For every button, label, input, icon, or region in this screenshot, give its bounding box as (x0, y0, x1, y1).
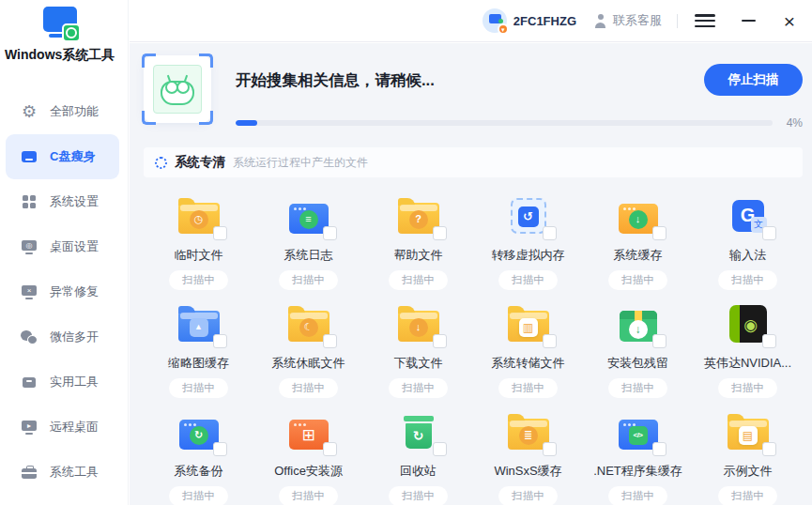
sidebar-item-label: 远程桌面 (50, 419, 99, 436)
sidebar-item-c-drive-slim[interactable]: C盘瘦身 (6, 134, 119, 179)
scan-status-badge: 扫描中 (169, 378, 228, 398)
error-repair-icon: × (21, 284, 38, 299)
section-header: 系统专清 系统运行过程中产生的文件 (144, 147, 803, 177)
sidebar-item-remote-desktop[interactable]: ▸ 远程桌面 (0, 405, 128, 450)
item-checkbox[interactable] (762, 334, 776, 348)
sidebar-item-all-features[interactable]: 全部功能 (0, 89, 128, 134)
cleanup-item[interactable]: G文 输入法 扫描中 (693, 182, 803, 290)
cleanup-item[interactable]: ↓ 安装包残留 扫描中 (583, 290, 693, 398)
loading-spinner-icon (155, 157, 167, 169)
progress-fill (236, 120, 257, 126)
item-checkbox[interactable] (543, 226, 557, 240)
scan-status-badge: 扫描中 (389, 270, 448, 290)
item-label: 系统备份 (175, 463, 223, 480)
cleanup-items-grid: ◷ 临时文件 扫描中 ≡ 系统日志 扫描中 ? 帮助文件 扫描中 ↺ 转移虚拟内… (144, 182, 803, 505)
cleanup-item[interactable]: ↓ 下载文件 扫描中 (363, 290, 473, 398)
app-title: Windows系统工具 (5, 47, 128, 64)
minimize-button[interactable] (740, 12, 757, 29)
sidebar-item-label: 桌面设置 (50, 238, 99, 255)
item-label: 安装包残留 (607, 355, 668, 372)
cleanup-item[interactable]: ? 帮助文件 扫描中 (363, 182, 473, 290)
item-checkbox[interactable] (543, 442, 557, 456)
user-id-chip[interactable]: ▾ 2FC1FHZG (483, 8, 576, 33)
utility-tools-icon (21, 375, 38, 390)
sidebar-item-system-settings[interactable]: 系统设置 (0, 179, 128, 224)
sidebar-item-utility-tools[interactable]: 实用工具 (0, 360, 128, 405)
all-features-icon (21, 104, 38, 119)
item-checkbox[interactable] (323, 226, 337, 240)
cleanup-item[interactable]: ☾ 系统休眠文件 扫描中 (253, 290, 363, 398)
item-checkbox[interactable] (213, 334, 227, 348)
scan-status-badge: 扫描中 (279, 378, 338, 398)
item-label: 示例文件 (724, 463, 773, 480)
sidebar-item-label: 系统工具 (50, 464, 99, 481)
contact-support-button[interactable]: 联系客服 (593, 12, 662, 29)
user-avatar-icon: ▾ (483, 8, 507, 33)
cleanup-item[interactable]: ◷ 临时文件 扫描中 (144, 182, 253, 290)
menu-icon[interactable] (695, 13, 715, 28)
cleanup-item[interactable]: ≡ 系统日志 扫描中 (253, 182, 363, 290)
item-label: 转移虚拟内存 (492, 247, 565, 264)
item-checkbox[interactable] (323, 334, 337, 348)
cleanup-item[interactable]: ≣ WinSxS缓存 扫描中 (473, 398, 583, 505)
scan-status-badge: 扫描中 (608, 486, 667, 505)
scan-robot-icon (144, 55, 211, 123)
cleanup-item[interactable]: ▥ 系统转储文件 扫描中 (473, 290, 583, 398)
titlebar: ▾ 2FC1FHZG 联系客服 × (130, 0, 812, 42)
sidebar-item-error-repair[interactable]: × 异常修复 (0, 269, 128, 314)
package-leftover-icon: ↓ (620, 311, 657, 342)
item-checkbox[interactable] (213, 226, 227, 240)
scan-status-badge: 扫描中 (498, 270, 558, 290)
sidebar-item-label: 实用工具 (50, 374, 99, 390)
content: 开始搜集相关信息，请稍候... 停止扫描 4% 系统专清 系统运行过程中产生的文… (130, 43, 812, 505)
sidebar-item-wechat-multi[interactable]: 微信多开 (0, 314, 128, 360)
scan-status-badge: 扫描中 (169, 270, 228, 290)
recycle-bin-icon: ↻ (401, 414, 437, 450)
c-drive-slim-icon (21, 149, 38, 164)
wechat-multi-icon (21, 329, 38, 344)
scan-status-badge: 扫描中 (608, 270, 667, 290)
section-subtitle: 系统运行过程中产生的文件 (233, 155, 368, 171)
item-label: 系统缓存 (614, 247, 663, 264)
progress-bar (236, 120, 773, 126)
item-checkbox[interactable] (433, 334, 447, 348)
item-label: 回收站 (400, 463, 437, 480)
cleanup-item[interactable]: ▲ 缩略图缓存 扫描中 (144, 290, 253, 398)
cleanup-item[interactable]: ⊞ Office安装源 扫描中 (253, 398, 363, 505)
item-checkbox[interactable] (652, 226, 666, 240)
item-label: 帮助文件 (394, 247, 443, 264)
cleanup-item[interactable]: ↺ 转移虚拟内存 扫描中 (473, 182, 583, 290)
item-checkbox[interactable] (433, 442, 447, 456)
scan-status-badge: 扫描中 (279, 486, 338, 505)
cleanup-item[interactable]: ↻ 回收站 扫描中 (363, 398, 473, 505)
system-tools-icon (21, 465, 38, 480)
item-label: 输入法 (729, 247, 766, 264)
item-checkbox[interactable] (762, 442, 776, 456)
item-checkbox[interactable] (213, 442, 227, 456)
sidebar-nav: 全部功能 C盘瘦身 系统设置 ◎ 桌面设置 × 异常修复 微信多开 实用工具 ▸… (0, 89, 128, 495)
scan-status-badge: 扫描中 (389, 378, 448, 398)
cleanup-item[interactable]: ◉ 英伟达NVIDIA... 扫描中 (693, 290, 803, 398)
item-checkbox[interactable] (543, 334, 557, 348)
item-label: WinSxS缓存 (494, 463, 561, 480)
sidebar-item-system-tools[interactable]: 系统工具 (0, 450, 128, 495)
sidebar-item-desktop-settings[interactable]: ◎ 桌面设置 (0, 224, 128, 269)
cleanup-item[interactable]: ↓ 系统缓存 扫描中 (583, 182, 693, 290)
item-checkbox[interactable] (323, 442, 337, 456)
close-button[interactable]: × (781, 12, 798, 29)
stop-scan-button[interactable]: 停止扫描 (704, 64, 803, 96)
item-label: .NET程序集缓存 (593, 463, 682, 480)
item-checkbox[interactable] (652, 442, 666, 456)
cleanup-item[interactable]: ↻ 系统备份 扫描中 (144, 398, 253, 505)
item-checkbox[interactable] (433, 226, 447, 240)
sidebar-item-label: 微信多开 (50, 329, 99, 345)
input-method-icon: G文 (732, 200, 764, 232)
sidebar-item-label: 系统设置 (50, 193, 99, 210)
item-label: 缩略图缓存 (168, 355, 229, 372)
item-checkbox[interactable] (652, 334, 666, 348)
cleanup-item[interactable]: ▤ 示例文件 扫描中 (693, 398, 803, 505)
progress-percent: 4% (782, 116, 803, 130)
cleanup-item[interactable]: </> .NET程序集缓存 扫描中 (583, 398, 693, 505)
item-checkbox[interactable] (762, 226, 776, 240)
scan-status-badge: 扫描中 (718, 486, 777, 505)
